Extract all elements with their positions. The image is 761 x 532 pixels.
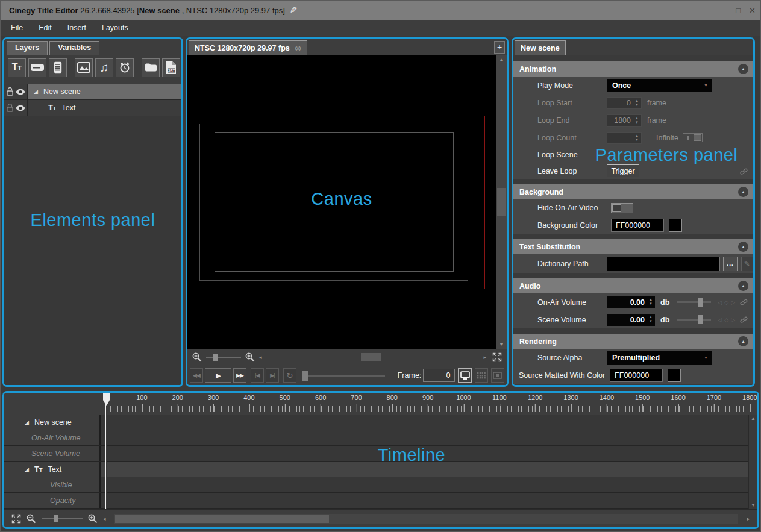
collapse-section-icon[interactable]: ▲ xyxy=(738,336,748,346)
layer-row-new-scene[interactable]: ◢ New scene xyxy=(4,84,181,100)
canvas-horizontal-scrollbar[interactable] xyxy=(361,353,381,361)
expander-icon[interactable]: ◢ xyxy=(25,419,29,425)
loop-playback-button[interactable]: ↻ xyxy=(283,368,296,383)
add-folder-button[interactable] xyxy=(142,58,160,77)
scroll-up-icon[interactable]: ▲ xyxy=(751,416,756,421)
menu-file[interactable]: File xyxy=(4,22,30,34)
scroll-down-icon[interactable]: ▼ xyxy=(751,502,756,508)
keyframe-add-icon[interactable]: ◇ xyxy=(724,299,728,305)
link-binding-icon[interactable] xyxy=(740,167,748,177)
timeline-row-new-scene[interactable]: ◢ New scene xyxy=(4,415,757,430)
timeline-vertical-scrollbar[interactable]: ▲ ▼ xyxy=(748,415,757,509)
timeline-row-label[interactable]: Visible xyxy=(4,477,101,492)
keyframe-next-icon[interactable]: ▷ xyxy=(731,299,735,305)
timeline-track[interactable] xyxy=(101,446,757,461)
hide-on-air-video-toggle[interactable] xyxy=(611,203,633,213)
scrollbar-thumb[interactable] xyxy=(115,515,329,523)
collapse-right-icon[interactable]: ▸ xyxy=(483,354,486,360)
parameters-tab-new-scene[interactable]: New scene xyxy=(515,40,566,55)
collapse-left-icon[interactable]: ◂ xyxy=(103,516,106,522)
layer-row-text[interactable]: TT Text xyxy=(4,100,181,116)
link-binding-icon[interactable] xyxy=(740,298,748,308)
tab-layers[interactable]: Layers xyxy=(7,41,48,55)
timeline-ruler[interactable]: 1002003004005006007008009001000110012001… xyxy=(4,393,757,415)
keyframe-next-icon[interactable]: ▷ xyxy=(731,317,735,323)
lock-icon[interactable] xyxy=(7,87,13,96)
timeline-row-on-air-volume[interactable]: On-Air Volume xyxy=(4,430,757,446)
loop-count-spinner[interactable]: ▲▼ xyxy=(607,132,642,144)
layer-item[interactable]: TT Text xyxy=(28,100,181,116)
menu-insert[interactable]: Insert xyxy=(61,22,93,34)
section-header-rendering[interactable]: Rendering ▲ xyxy=(513,334,753,349)
zoom-in-icon[interactable] xyxy=(88,514,98,524)
loop-start-spinner[interactable]: 0 ▲▼ xyxy=(607,97,642,109)
lock-icon[interactable] xyxy=(7,104,13,112)
timeline-track[interactable] xyxy=(101,477,757,492)
maximize-button[interactable]: □ xyxy=(736,6,741,15)
link-binding-icon[interactable] xyxy=(740,316,748,325)
close-button[interactable]: ✕ xyxy=(749,6,756,15)
trigger-button[interactable]: Trigger xyxy=(607,164,639,177)
timeline-track[interactable] xyxy=(101,415,757,430)
timeline-row-text[interactable]: ◢ TT Text xyxy=(4,462,757,477)
canvas-vertical-scrollbar[interactable]: ▲ ▼ xyxy=(496,55,507,349)
timeline-track[interactable] xyxy=(101,462,757,477)
add-subtitles-button[interactable]: SRT xyxy=(162,58,180,77)
go-to-end-button[interactable]: ▶| xyxy=(266,368,279,383)
keyframe-prev-icon[interactable]: ◁ xyxy=(718,317,722,323)
new-tab-button[interactable]: + xyxy=(494,41,505,54)
timeline-track[interactable] xyxy=(101,493,757,508)
add-text-button[interactable]: TT xyxy=(8,58,26,77)
minimize-button[interactable]: – xyxy=(723,6,727,15)
canvas-viewport[interactable]: Canvas ▲ ▼ xyxy=(187,55,507,349)
timeline-row-visible[interactable]: Visible xyxy=(4,477,757,493)
timeline-zoom-slider[interactable] xyxy=(42,518,83,519)
section-header-audio[interactable]: Audio ▲ xyxy=(513,278,753,293)
rewind-button[interactable]: ◀◀ xyxy=(190,368,203,383)
preview-monitor-button[interactable] xyxy=(458,368,471,383)
timeline-row-label[interactable]: Scene Volume xyxy=(4,446,101,461)
scroll-right-icon[interactable]: ▸ xyxy=(743,516,754,522)
spinner-arrows-icon[interactable]: ▲▼ xyxy=(649,298,653,306)
spinner-arrows-icon[interactable]: ▲▼ xyxy=(635,116,639,125)
collapse-section-icon[interactable]: ▲ xyxy=(738,281,748,291)
expander-icon[interactable]: ◢ xyxy=(25,466,29,472)
timeline-row-label[interactable]: ◢ TT Text xyxy=(4,462,101,477)
collapse-section-icon[interactable]: ▲ xyxy=(738,64,748,74)
slider-thumb[interactable] xyxy=(54,515,58,522)
menu-layouts[interactable]: Layouts xyxy=(95,22,135,34)
timeline-row-label[interactable]: Opacity xyxy=(4,493,101,508)
add-audio-button[interactable]: ♫ xyxy=(95,58,113,77)
slider-thumb[interactable] xyxy=(698,298,703,307)
scene-volume-slider[interactable] xyxy=(677,319,711,321)
spinner-arrows-icon[interactable]: ▲▼ xyxy=(635,134,639,142)
element-duration-bar[interactable] xyxy=(101,462,757,477)
background-color-input[interactable]: FF000000 xyxy=(611,219,664,232)
background-color-swatch[interactable] xyxy=(669,219,682,232)
slider-thumb[interactable] xyxy=(698,315,703,324)
zoom-out-icon[interactable] xyxy=(27,514,36,524)
frame-number-input[interactable]: 0 xyxy=(423,369,455,382)
section-header-background[interactable]: Background ▲ xyxy=(513,184,753,199)
fit-timeline-icon[interactable] xyxy=(11,514,21,524)
section-header-animation[interactable]: Animation ▲ xyxy=(513,61,753,77)
expander-icon[interactable]: ◢ xyxy=(34,89,38,95)
canvas-zoom-slider[interactable] xyxy=(206,357,241,358)
on-air-volume-spinner[interactable]: 0.00 ▲▼ xyxy=(607,296,655,308)
menu-edit[interactable]: Edit xyxy=(32,22,58,34)
edit-dictionary-icon[interactable]: ✎ xyxy=(741,257,753,271)
scene-volume-spinner[interactable]: 0.00 ▲▼ xyxy=(607,314,655,326)
matte-color-input[interactable]: FF000000 xyxy=(610,369,663,382)
scrollbar-thumb[interactable] xyxy=(497,188,506,216)
timeline-playhead[interactable] xyxy=(105,393,107,509)
tab-variables[interactable]: Variables xyxy=(49,41,99,55)
grid-output-button[interactable] xyxy=(475,368,488,383)
timeline-track[interactable] xyxy=(101,430,757,445)
scroll-up-icon[interactable]: ▲ xyxy=(499,57,504,63)
slider-thumb[interactable] xyxy=(302,371,308,381)
zoom-out-icon[interactable] xyxy=(192,352,202,362)
fullscreen-output-button[interactable] xyxy=(491,368,504,383)
add-textbox-button[interactable] xyxy=(28,58,46,77)
fit-screen-icon[interactable] xyxy=(492,352,502,362)
keyframe-prev-icon[interactable]: ◁ xyxy=(718,299,722,305)
